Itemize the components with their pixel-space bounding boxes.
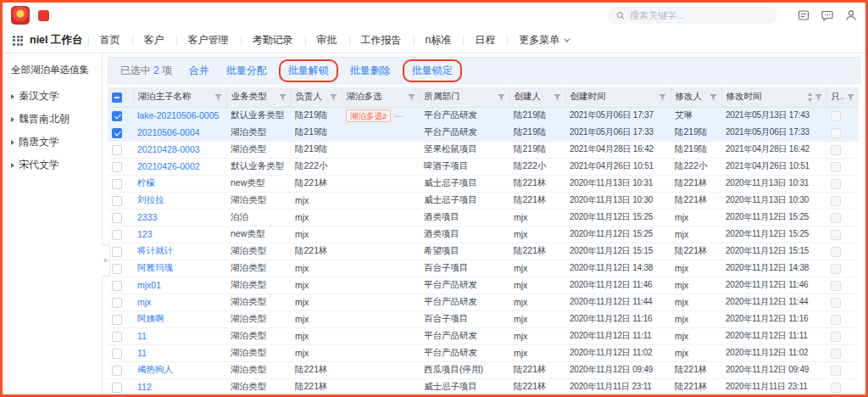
column-header: 业务类型 — [226, 87, 291, 107]
type-cell: 默认业务类型 — [226, 107, 291, 124]
sidebar-item[interactable]: 隋唐文学 — [3, 131, 102, 154]
row-checkbox[interactable] — [112, 162, 122, 172]
column-title: 湖泊多选 — [347, 91, 382, 103]
row-checkbox[interactable] — [112, 247, 122, 257]
expand-arrow-icon[interactable] — [11, 117, 14, 122]
lake-name-link[interactable]: 刘拉拉 — [137, 194, 164, 204]
created-cell: 2020年11月13日 10:31 — [565, 175, 670, 192]
lake-name-link[interactable]: 11 — [137, 348, 147, 358]
filter-icon[interactable] — [214, 93, 222, 101]
lake-name-link[interactable]: 2333 — [137, 212, 157, 222]
row-checkbox[interactable] — [112, 145, 122, 155]
filter-icon[interactable] — [279, 93, 287, 101]
batch-action-2[interactable]: 批量分配 — [226, 64, 267, 78]
table-row: 20210428-0003湖泊类型陆219陆坚果松鼠项目陆219陆2021年04… — [108, 141, 859, 158]
filter-icon[interactable] — [330, 93, 337, 101]
sidebar-collapse-handle[interactable]: « — [102, 244, 110, 277]
row-checkbox[interactable] — [112, 179, 122, 189]
readonly-checkbox — [831, 213, 841, 223]
filter-icon[interactable] — [408, 93, 415, 101]
multiselect-cell — [342, 260, 420, 277]
row-checkbox[interactable] — [112, 128, 122, 138]
apps-grid-icon[interactable] — [13, 36, 23, 46]
lake-name-link[interactable]: mjx01 — [137, 280, 161, 290]
sidebar-item[interactable]: 魏晋南北朝 — [3, 108, 102, 131]
lake-name-link[interactable]: 112 — [137, 382, 152, 392]
readonly-checkbox — [831, 264, 841, 274]
nav-item-1[interactable]: 首页 — [88, 28, 132, 53]
column-header: 创建人 — [509, 87, 565, 107]
row-checkbox[interactable] — [112, 111, 122, 121]
expand-arrow-icon[interactable] — [11, 163, 14, 168]
search-input[interactable] — [630, 10, 769, 20]
nav-item-6[interactable]: 工作报告 — [349, 28, 414, 53]
sidebar-item[interactable]: 秦汉文学 — [3, 85, 102, 108]
batch-action-1[interactable]: 合并 — [189, 64, 209, 78]
app-logo-icon[interactable] — [11, 6, 30, 25]
batch-action-5[interactable]: 批量锁定 — [403, 59, 462, 82]
modified-cell: 2021年04月28日 16:42 — [721, 141, 826, 158]
lake-name-link[interactable]: 20210428-0003 — [137, 144, 200, 154]
sort-icon[interactable] — [807, 92, 813, 102]
creator-cell: mjx — [509, 277, 565, 294]
creator-cell: 陆219陆 — [509, 124, 565, 141]
type-cell: 湖泊类型 — [226, 124, 291, 141]
nav-more-menu[interactable]: 更多菜单 — [507, 28, 580, 53]
nav-item-5[interactable]: 审批 — [305, 28, 349, 53]
lake-name-link[interactable]: 将计就计 — [137, 245, 173, 255]
lake-name-link[interactable]: mjx — [137, 297, 151, 307]
expand-arrow-icon[interactable] — [11, 94, 14, 99]
table-row: 竭热狗人湖泊类型陆221林西瓜项目(停用)陆221林2020年11月12日 09… — [108, 361, 859, 378]
global-search[interactable] — [608, 7, 777, 24]
nav-item-2[interactable]: 客户 — [132, 28, 176, 53]
message-square-icon[interactable] — [798, 9, 810, 21]
row-checkbox[interactable] — [112, 349, 122, 359]
owner-cell: mjx — [291, 226, 342, 243]
row-checkbox[interactable] — [112, 298, 122, 308]
expand-arrow-icon[interactable] — [11, 140, 14, 145]
nav-item-7[interactable]: n标准 — [414, 28, 464, 53]
column-header: 创建时间 — [565, 87, 670, 107]
select-all-checkbox[interactable] — [112, 92, 122, 103]
lake-name-link[interactable]: 123 — [137, 229, 153, 239]
nav-item-3[interactable]: 客户管理 — [176, 28, 241, 53]
red-app-icon[interactable] — [38, 10, 49, 21]
filter-icon[interactable] — [709, 93, 717, 101]
editor-cell: 陆219陆 — [670, 124, 721, 141]
row-checkbox[interactable] — [112, 281, 122, 291]
lake-name-link[interactable]: 11 — [137, 331, 147, 341]
row-checkbox[interactable] — [112, 196, 122, 206]
batch-action-4[interactable]: 批量删除 — [350, 64, 391, 78]
row-checkbox[interactable] — [112, 213, 122, 223]
sidebar-item[interactable]: 宋代文学 — [3, 154, 102, 176]
filter-icon[interactable] — [554, 93, 561, 101]
nav-item-8[interactable]: 日程 — [463, 28, 507, 53]
lake-name-link[interactable]: lake-20210506-0005 — [137, 110, 219, 120]
batch-action-3[interactable]: 批量解锁 — [279, 59, 338, 82]
row-checkbox[interactable] — [112, 230, 122, 240]
nav-item-4[interactable]: 考勤记录 — [241, 28, 305, 53]
chat-icon[interactable] — [821, 9, 833, 21]
row-checkbox[interactable] — [112, 383, 122, 393]
lake-name-link[interactable]: 阿雅玛瑰 — [137, 262, 173, 272]
type-cell: 湖泊类型 — [226, 310, 291, 327]
lake-name-link[interactable]: 阿姨啊 — [137, 313, 164, 323]
row-checkbox[interactable] — [112, 332, 122, 342]
filter-icon[interactable] — [847, 93, 854, 101]
type-cell: 湖泊类型 — [226, 277, 291, 294]
lake-name-link[interactable]: 竭热狗人 — [137, 364, 173, 374]
filter-icon[interactable] — [659, 93, 666, 101]
row-checkbox[interactable] — [112, 315, 122, 325]
lake-name-link[interactable]: 20210426-0002 — [137, 161, 200, 171]
workspace-title[interactable]: niel 工作台 — [30, 33, 83, 48]
modified-cell: 2021年05月06日 17:33 — [721, 124, 826, 141]
column-header: 湖泊多选 — [342, 87, 420, 107]
selection-count: 已选中2项 — [120, 64, 172, 78]
filter-icon[interactable] — [498, 93, 505, 101]
profile-icon[interactable] — [845, 9, 857, 21]
filter-icon[interactable] — [815, 93, 822, 101]
lake-name-link[interactable]: 20210506-0004 — [137, 127, 200, 137]
lake-name-link[interactable]: 柠檬 — [137, 177, 155, 187]
row-checkbox[interactable] — [112, 366, 122, 376]
row-checkbox[interactable] — [112, 264, 122, 274]
